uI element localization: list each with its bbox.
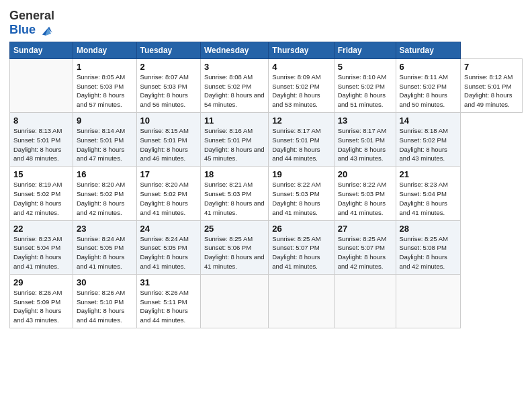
calendar-cell (396, 274, 461, 328)
day-number: 10 (140, 116, 197, 126)
calendar-cell (269, 274, 334, 328)
day-number: 14 (400, 116, 457, 126)
day-number: 29 (13, 277, 69, 287)
day-detail: Sunrise: 8:26 AMSunset: 5:11 PMDaylight:… (140, 289, 189, 324)
day-number: 22 (13, 224, 69, 234)
day-number: 27 (338, 224, 392, 234)
day-number: 9 (77, 116, 133, 126)
calendar-cell: 20 Sunrise: 8:22 AMSunset: 5:03 PMDaylig… (334, 167, 396, 220)
day-number: 28 (400, 224, 457, 234)
day-detail: Sunrise: 8:25 AMSunset: 5:08 PMDaylight:… (400, 235, 448, 270)
logo-blue-text: Blue (9, 24, 36, 37)
calendar-cell: 15 Sunrise: 8:19 AMSunset: 5:02 PMDaylig… (10, 167, 73, 220)
weekday-header: Saturday (396, 42, 461, 58)
calendar-cell: 1 Sunrise: 8:05 AMSunset: 5:03 PMDayligh… (73, 58, 136, 112)
calendar-cell: 23 Sunrise: 8:24 AMSunset: 5:05 PMDaylig… (73, 220, 136, 274)
day-number: 17 (140, 169, 197, 179)
calendar-cell: 9 Sunrise: 8:14 AMSunset: 5:01 PMDayligh… (73, 113, 136, 167)
calendar-cell: 26 Sunrise: 8:25 AMSunset: 5:07 PMDaylig… (269, 220, 334, 274)
calendar-cell: 31 Sunrise: 8:26 AMSunset: 5:11 PMDaylig… (136, 274, 200, 328)
calendar-cell: 17 Sunrise: 8:20 AMSunset: 5:02 PMDaylig… (136, 167, 200, 220)
day-number: 1 (77, 62, 133, 72)
day-number: 19 (272, 169, 330, 179)
calendar-cell: 24 Sunrise: 8:24 AMSunset: 5:05 PMDaylig… (136, 220, 200, 274)
calendar-cell: 4 Sunrise: 8:09 AMSunset: 5:02 PMDayligh… (269, 58, 334, 112)
day-detail: Sunrise: 8:20 AMSunset: 5:02 PMDaylight:… (140, 181, 189, 216)
weekday-header: Sunday (10, 42, 73, 58)
weekday-header: Monday (73, 42, 136, 58)
logo: General Blue (9, 9, 54, 38)
day-detail: Sunrise: 8:22 AMSunset: 5:03 PMDaylight:… (272, 181, 320, 216)
day-number: 26 (272, 224, 330, 234)
day-number: 3 (204, 62, 265, 72)
day-detail: Sunrise: 8:23 AMSunset: 5:04 PMDaylight:… (400, 181, 448, 216)
day-number: 15 (13, 169, 69, 179)
calendar-cell: 19 Sunrise: 8:22 AMSunset: 5:03 PMDaylig… (269, 167, 334, 220)
day-number: 30 (77, 277, 133, 287)
day-number: 13 (338, 116, 392, 126)
day-number: 5 (338, 62, 392, 72)
day-detail: Sunrise: 8:05 AMSunset: 5:03 PMDaylight:… (77, 73, 125, 108)
calendar-cell: 18 Sunrise: 8:21 AMSunset: 5:03 PMDaylig… (200, 167, 268, 220)
calendar-week-row: 29 Sunrise: 8:26 AMSunset: 5:09 PMDaylig… (10, 274, 523, 328)
day-detail: Sunrise: 8:25 AMSunset: 5:07 PMDaylight:… (338, 235, 386, 270)
day-number: 25 (204, 224, 265, 234)
day-detail: Sunrise: 8:08 AMSunset: 5:02 PMDaylight:… (204, 73, 265, 108)
calendar-cell: 5 Sunrise: 8:10 AMSunset: 5:02 PMDayligh… (334, 58, 396, 112)
day-number: 31 (140, 277, 197, 287)
day-detail: Sunrise: 8:21 AMSunset: 5:03 PMDaylight:… (204, 181, 265, 216)
day-number: 2 (140, 62, 197, 72)
calendar-cell: 11 Sunrise: 8:16 AMSunset: 5:01 PMDaylig… (200, 113, 268, 167)
calendar-cell: 28 Sunrise: 8:25 AMSunset: 5:08 PMDaylig… (396, 220, 461, 274)
logo-icon (38, 23, 53, 38)
day-detail: Sunrise: 8:17 AMSunset: 5:01 PMDaylight:… (338, 127, 386, 162)
day-detail: Sunrise: 8:24 AMSunset: 5:05 PMDaylight:… (77, 235, 125, 270)
day-detail: Sunrise: 8:24 AMSunset: 5:05 PMDaylight:… (140, 235, 189, 270)
empty-cell (10, 58, 73, 112)
weekday-header: Friday (334, 42, 396, 58)
day-number: 8 (13, 116, 69, 126)
day-number: 18 (204, 169, 265, 179)
day-detail: Sunrise: 8:23 AMSunset: 5:04 PMDaylight:… (13, 235, 62, 270)
day-number: 12 (272, 116, 330, 126)
day-detail: Sunrise: 8:22 AMSunset: 5:03 PMDaylight:… (338, 181, 386, 216)
header: General Blue (9, 7, 523, 38)
calendar-cell: 22 Sunrise: 8:23 AMSunset: 5:04 PMDaylig… (10, 220, 73, 274)
day-detail: Sunrise: 8:07 AMSunset: 5:03 PMDaylight:… (140, 73, 189, 108)
calendar-cell: 29 Sunrise: 8:26 AMSunset: 5:09 PMDaylig… (10, 274, 73, 328)
calendar-cell: 12 Sunrise: 8:17 AMSunset: 5:01 PMDaylig… (269, 113, 334, 167)
calendar-cell: 6 Sunrise: 8:11 AMSunset: 5:02 PMDayligh… (396, 58, 461, 112)
day-number: 21 (400, 169, 457, 179)
calendar-page: General Blue SundayMondayTuesdayWednesda… (0, 0, 532, 411)
day-number: 7 (464, 62, 519, 72)
weekday-header: Tuesday (136, 42, 200, 58)
weekday-header: Wednesday (200, 42, 268, 58)
calendar-cell: 16 Sunrise: 8:20 AMSunset: 5:02 PMDaylig… (73, 167, 136, 220)
calendar-cell: 7 Sunrise: 8:12 AMSunset: 5:01 PMDayligh… (461, 58, 523, 112)
day-detail: Sunrise: 8:11 AMSunset: 5:02 PMDaylight:… (400, 73, 448, 108)
calendar-week-row: 1 Sunrise: 8:05 AMSunset: 5:03 PMDayligh… (10, 58, 523, 112)
calendar-cell: 30 Sunrise: 8:26 AMSunset: 5:10 PMDaylig… (73, 274, 136, 328)
weekday-header-row: SundayMondayTuesdayWednesdayThursdayFrid… (10, 42, 523, 58)
day-detail: Sunrise: 8:16 AMSunset: 5:01 PMDaylight:… (204, 127, 265, 162)
weekday-header: Thursday (269, 42, 334, 58)
day-detail: Sunrise: 8:18 AMSunset: 5:02 PMDaylight:… (400, 127, 448, 162)
calendar-cell: 13 Sunrise: 8:17 AMSunset: 5:01 PMDaylig… (334, 113, 396, 167)
day-detail: Sunrise: 8:13 AMSunset: 5:01 PMDaylight:… (13, 127, 62, 162)
calendar-cell: 8 Sunrise: 8:13 AMSunset: 5:01 PMDayligh… (10, 113, 73, 167)
calendar-cell (200, 274, 268, 328)
calendar-cell (334, 274, 396, 328)
day-detail: Sunrise: 8:19 AMSunset: 5:02 PMDaylight:… (13, 181, 62, 216)
day-detail: Sunrise: 8:25 AMSunset: 5:07 PMDaylight:… (272, 235, 320, 270)
calendar-cell: 21 Sunrise: 8:23 AMSunset: 5:04 PMDaylig… (396, 167, 461, 220)
calendar-week-row: 8 Sunrise: 8:13 AMSunset: 5:01 PMDayligh… (10, 113, 523, 167)
calendar-table: SundayMondayTuesdayWednesdayThursdayFrid… (9, 42, 523, 328)
day-number: 4 (272, 62, 330, 72)
day-number: 11 (204, 116, 265, 126)
day-number: 23 (77, 224, 133, 234)
calendar-cell: 27 Sunrise: 8:25 AMSunset: 5:07 PMDaylig… (334, 220, 396, 274)
day-number: 16 (77, 169, 133, 179)
day-number: 20 (338, 169, 392, 179)
calendar-cell: 10 Sunrise: 8:15 AMSunset: 5:01 PMDaylig… (136, 113, 200, 167)
day-detail: Sunrise: 8:26 AMSunset: 5:10 PMDaylight:… (77, 289, 125, 324)
